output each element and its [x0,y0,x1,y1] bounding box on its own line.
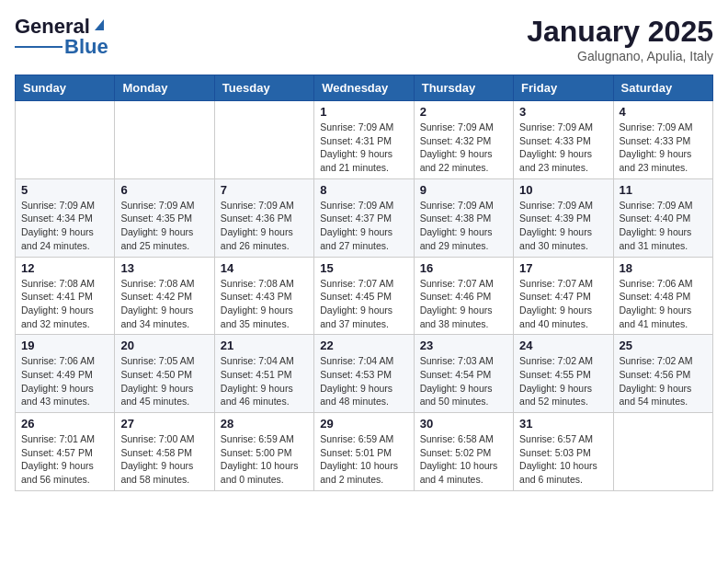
day-info: Sunrise: 7:09 AM Sunset: 4:34 PM Dayligh… [21,199,108,253]
calendar-header-row: Sunday Monday Tuesday Wednesday Thursday… [16,75,713,101]
day-number: 3 [519,105,607,119]
calendar-cell: 22Sunrise: 7:04 AM Sunset: 4:53 PM Dayli… [314,335,414,413]
calendar-cell: 28Sunrise: 6:59 AM Sunset: 5:00 PM Dayli… [214,413,313,491]
col-wednesday: Wednesday [314,75,414,101]
calendar-cell: 25Sunrise: 7:02 AM Sunset: 4:56 PM Dayli… [613,335,712,413]
day-info: Sunrise: 7:09 AM Sunset: 4:33 PM Dayligh… [519,121,607,175]
day-number: 21 [221,339,308,352]
day-number: 26 [21,417,108,431]
calendar-cell [16,101,115,179]
day-info: Sunrise: 6:58 AM Sunset: 5:02 PM Dayligh… [420,432,507,487]
calendar-cell: 30Sunrise: 6:58 AM Sunset: 5:02 PM Dayli… [414,413,513,491]
calendar-cell: 27Sunrise: 7:00 AM Sunset: 4:58 PM Dayli… [115,413,214,491]
day-number: 6 [120,183,208,197]
day-number: 20 [120,339,208,352]
col-saturday: Saturday [613,75,712,101]
day-number: 25 [620,339,707,352]
day-info: Sunrise: 7:04 AM Sunset: 4:53 PM Dayligh… [320,354,407,408]
day-number: 2 [420,105,507,119]
day-info: Sunrise: 6:57 AM Sunset: 5:03 PM Dayligh… [519,432,607,487]
calendar-cell: 7Sunrise: 7:09 AM Sunset: 4:36 PM Daylig… [214,178,313,257]
calendar-cell [613,413,712,491]
day-number: 10 [519,183,607,197]
calendar-table: Sunday Monday Tuesday Wednesday Thursday… [15,75,713,491]
calendar-cell: 17Sunrise: 7:07 AM Sunset: 4:47 PM Dayli… [514,257,613,335]
calendar-week-row: 5Sunrise: 7:09 AM Sunset: 4:34 PM Daylig… [16,178,713,257]
day-info: Sunrise: 7:09 AM Sunset: 4:35 PM Dayligh… [120,199,208,253]
day-info: Sunrise: 7:08 AM Sunset: 4:43 PM Dayligh… [221,277,308,331]
day-info: Sunrise: 7:02 AM Sunset: 4:56 PM Dayligh… [620,354,707,408]
day-number: 31 [519,417,607,431]
calendar-cell: 2Sunrise: 7:09 AM Sunset: 4:32 PM Daylig… [414,101,513,179]
calendar-cell: 24Sunrise: 7:02 AM Sunset: 4:55 PM Dayli… [514,335,613,413]
day-info: Sunrise: 7:09 AM Sunset: 4:31 PM Dayligh… [320,121,407,175]
col-tuesday: Tuesday [214,75,313,101]
day-number: 22 [320,339,407,352]
day-info: Sunrise: 7:07 AM Sunset: 4:47 PM Dayligh… [519,277,607,331]
day-info: Sunrise: 7:09 AM Sunset: 4:33 PM Dayligh… [620,121,707,175]
day-info: Sunrise: 7:08 AM Sunset: 4:41 PM Dayligh… [21,277,108,331]
calendar-week-row: 1Sunrise: 7:09 AM Sunset: 4:31 PM Daylig… [16,101,713,179]
calendar-cell: 12Sunrise: 7:08 AM Sunset: 4:41 PM Dayli… [16,257,115,335]
calendar-cell: 29Sunrise: 6:59 AM Sunset: 5:01 PM Dayli… [314,413,414,491]
day-number: 27 [120,417,208,431]
calendar-cell: 18Sunrise: 7:06 AM Sunset: 4:48 PM Dayli… [613,257,712,335]
col-thursday: Thursday [414,75,513,101]
day-number: 15 [320,261,407,275]
day-number: 5 [21,183,108,197]
day-info: Sunrise: 7:09 AM Sunset: 4:32 PM Dayligh… [420,121,507,175]
day-info: Sunrise: 7:08 AM Sunset: 4:42 PM Dayligh… [120,277,208,331]
title-block: January 2025 Galugnano, Apulia, Italy [527,15,713,63]
calendar-cell: 13Sunrise: 7:08 AM Sunset: 4:42 PM Dayli… [115,257,214,335]
day-info: Sunrise: 7:03 AM Sunset: 4:54 PM Dayligh… [420,354,507,408]
calendar-cell: 3Sunrise: 7:09 AM Sunset: 4:33 PM Daylig… [514,101,613,179]
day-info: Sunrise: 7:07 AM Sunset: 4:46 PM Dayligh… [420,277,507,331]
day-info: Sunrise: 7:09 AM Sunset: 4:37 PM Dayligh… [320,199,407,253]
calendar-cell: 6Sunrise: 7:09 AM Sunset: 4:35 PM Daylig… [115,178,214,257]
month-title: January 2025 [527,15,713,49]
logo-blue: Blue [64,35,108,59]
calendar-week-row: 26Sunrise: 7:01 AM Sunset: 4:57 PM Dayli… [16,413,713,491]
day-number: 8 [320,183,407,197]
calendar-cell: 10Sunrise: 7:09 AM Sunset: 4:39 PM Dayli… [514,178,613,257]
day-number: 19 [21,339,108,352]
day-number: 29 [320,417,407,431]
day-number: 30 [420,417,507,431]
day-info: Sunrise: 7:05 AM Sunset: 4:50 PM Dayligh… [120,354,208,408]
day-number: 14 [221,261,308,275]
col-friday: Friday [514,75,613,101]
day-info: Sunrise: 7:09 AM Sunset: 4:39 PM Dayligh… [519,199,607,253]
col-monday: Monday [115,75,214,101]
calendar-cell: 15Sunrise: 7:07 AM Sunset: 4:45 PM Dayli… [314,257,414,335]
location: Galugnano, Apulia, Italy [527,49,713,63]
calendar-cell [115,101,214,179]
day-number: 1 [320,105,407,119]
day-info: Sunrise: 7:00 AM Sunset: 4:58 PM Dayligh… [120,432,208,487]
calendar-cell: 23Sunrise: 7:03 AM Sunset: 4:54 PM Dayli… [414,335,513,413]
day-number: 4 [620,105,707,119]
calendar-cell: 14Sunrise: 7:08 AM Sunset: 4:43 PM Dayli… [214,257,313,335]
calendar-cell: 8Sunrise: 7:09 AM Sunset: 4:37 PM Daylig… [314,178,414,257]
day-info: Sunrise: 7:02 AM Sunset: 4:55 PM Dayligh… [519,354,607,408]
page-header: General Blue January 2025 Galugnano, Apu… [15,15,713,63]
day-info: Sunrise: 7:09 AM Sunset: 4:36 PM Dayligh… [221,199,308,253]
day-info: Sunrise: 7:09 AM Sunset: 4:40 PM Dayligh… [620,199,707,253]
calendar-cell: 5Sunrise: 7:09 AM Sunset: 4:34 PM Daylig… [16,178,115,257]
svg-marker-0 [95,19,104,30]
logo-triangle-icon [91,16,108,32]
day-info: Sunrise: 7:01 AM Sunset: 4:57 PM Dayligh… [21,432,108,487]
col-sunday: Sunday [16,75,115,101]
calendar-cell: 26Sunrise: 7:01 AM Sunset: 4:57 PM Dayli… [16,413,115,491]
calendar-cell [214,101,313,179]
day-info: Sunrise: 7:04 AM Sunset: 4:51 PM Dayligh… [221,354,308,408]
day-number: 24 [519,339,607,352]
day-number: 28 [221,417,308,431]
day-number: 7 [221,183,308,197]
day-number: 9 [420,183,507,197]
calendar-cell: 11Sunrise: 7:09 AM Sunset: 4:40 PM Dayli… [613,178,712,257]
calendar-cell: 1Sunrise: 7:09 AM Sunset: 4:31 PM Daylig… [314,101,414,179]
calendar-cell: 9Sunrise: 7:09 AM Sunset: 4:38 PM Daylig… [414,178,513,257]
calendar-cell: 4Sunrise: 7:09 AM Sunset: 4:33 PM Daylig… [613,101,712,179]
calendar-week-row: 12Sunrise: 7:08 AM Sunset: 4:41 PM Dayli… [16,257,713,335]
day-info: Sunrise: 7:07 AM Sunset: 4:45 PM Dayligh… [320,277,407,331]
